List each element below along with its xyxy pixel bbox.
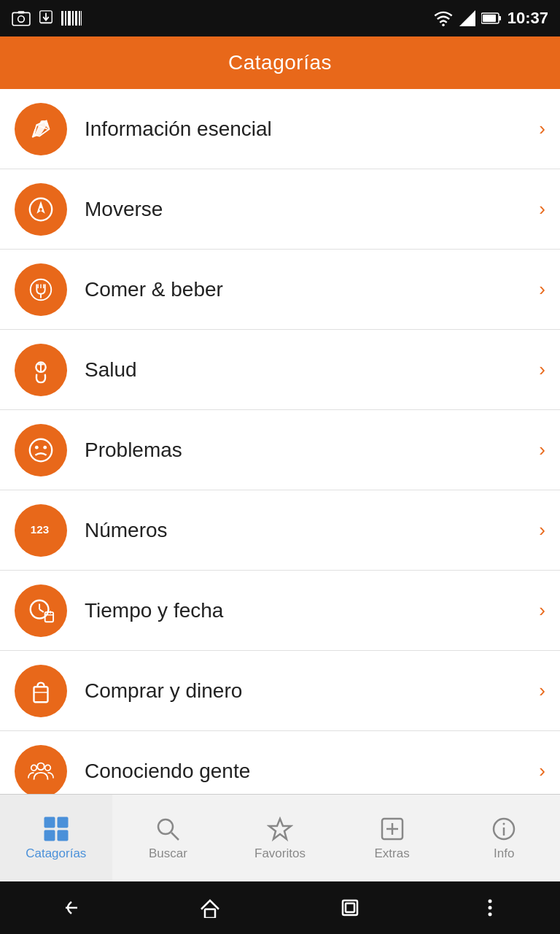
svg-rect-2 [18, 11, 25, 13]
svg-rect-16 [499, 16, 501, 20]
svg-rect-6 [61, 11, 63, 26]
svg-point-46 [45, 765, 51, 771]
svg-point-30 [30, 439, 52, 460]
cat-chevron-comer-beber: › [539, 278, 545, 301]
cat-label-problemas: Problemas [85, 439, 539, 462]
cat-label-tiempo-fecha: Tiempo y fecha [85, 599, 539, 622]
cat-icon-tiempo-fecha [15, 584, 67, 637]
svg-rect-50 [58, 830, 68, 841]
category-item-tiempo-fecha[interactable]: Tiempo y fecha › [0, 571, 560, 651]
category-item-moverse[interactable]: Moverse › [0, 169, 560, 250]
search-nav-icon [155, 816, 181, 842]
pencil-edit-icon [27, 115, 55, 143]
category-item-conociendo-gente[interactable]: Conociendo gente › [0, 731, 560, 794]
header-title: Catagorías [228, 51, 332, 74]
svg-rect-48 [58, 817, 68, 827]
status-left-icons [12, 10, 82, 26]
svg-point-65 [489, 913, 492, 916]
nav-item-buscar[interactable]: Buscar [112, 795, 225, 881]
android-nav-bar [0, 881, 560, 934]
nav-label-buscar: Buscar [149, 846, 187, 861]
svg-rect-47 [44, 817, 55, 827]
svg-point-45 [31, 765, 37, 771]
category-item-salud[interactable]: Salud › [0, 330, 560, 410]
cat-icon-info-esencial [15, 103, 67, 155]
health-icon [27, 356, 55, 384]
cat-label-conociendo-gente: Conociendo gente [85, 760, 539, 783]
cat-chevron-salud: › [539, 358, 545, 381]
category-item-comer-beber[interactable]: Comer & beber › [0, 250, 560, 330]
svg-marker-14 [459, 10, 475, 26]
svg-point-21 [39, 208, 42, 211]
cat-chevron-comprar-dinero: › [539, 679, 545, 702]
numbers-icon: 123 [27, 517, 55, 544]
category-item-numeros[interactable]: 123 Números › [0, 490, 560, 571]
nav-item-info[interactable]: Info [448, 795, 560, 881]
plus-nav-icon [379, 816, 405, 842]
status-time: 10:37 [508, 9, 548, 28]
nav-label-info: Info [494, 846, 514, 861]
svg-line-52 [171, 833, 179, 840]
cat-chevron-info-esencial: › [539, 117, 545, 140]
svg-point-59 [503, 822, 505, 825]
status-right-icons: 10:37 [433, 9, 548, 28]
svg-rect-0 [12, 12, 30, 25]
status-bar: 10:37 [0, 0, 560, 36]
signal-icon [459, 10, 475, 26]
cat-chevron-problemas: › [539, 439, 545, 461]
cat-icon-problemas [15, 424, 67, 476]
food-drink-icon [27, 276, 55, 304]
recents-button[interactable] [328, 893, 372, 922]
nav-label-categorias: Catagorías [26, 846, 86, 861]
cat-label-salud: Salud [85, 358, 539, 382]
problems-icon [27, 436, 55, 464]
category-item-comprar-dinero[interactable]: Comprar y dinero › [0, 651, 560, 731]
svg-point-64 [489, 906, 492, 910]
svg-rect-9 [72, 11, 74, 26]
time-date-icon [27, 597, 55, 625]
svg-rect-10 [75, 11, 77, 26]
svg-point-31 [35, 445, 39, 449]
cat-icon-salud [15, 344, 67, 396]
back-button[interactable] [48, 893, 92, 922]
cat-label-comprar-dinero: Comprar y dinero [85, 679, 539, 703]
app-header: Catagorías [0, 36, 560, 89]
cat-chevron-tiempo-fecha: › [539, 599, 545, 622]
battery-icon [481, 12, 502, 25]
svg-rect-60 [205, 909, 215, 918]
category-item-info-esencial[interactable]: Información esencial › [0, 89, 560, 169]
svg-rect-11 [79, 11, 80, 26]
svg-point-32 [43, 445, 47, 449]
svg-point-63 [489, 900, 492, 903]
cat-label-comer-beber: Comer & beber [85, 278, 539, 301]
svg-rect-62 [346, 903, 354, 912]
svg-rect-8 [68, 11, 71, 26]
cat-chevron-conociendo-gente: › [539, 760, 545, 782]
cat-chevron-moverse: › [539, 198, 545, 220]
photo-icon [12, 10, 31, 26]
shopping-icon [27, 677, 55, 705]
category-item-problemas[interactable]: Problemas › [0, 410, 560, 490]
cat-chevron-numeros: › [539, 519, 545, 541]
cat-label-info-esencial: Información esencial [85, 117, 539, 141]
svg-rect-12 [81, 11, 82, 26]
bottom-nav: Catagorías Buscar Favoritos Extras Info [0, 794, 560, 881]
people-icon [27, 757, 55, 785]
wifi-icon [433, 10, 454, 26]
svg-point-13 [442, 24, 445, 26]
svg-point-51 [158, 819, 173, 834]
cat-label-moverse: Moverse [85, 198, 539, 221]
home-button[interactable] [188, 893, 232, 922]
cat-icon-comer-beber [15, 263, 67, 316]
cat-icon-conociendo-gente [15, 745, 67, 795]
cat-icon-comprar-dinero [15, 665, 67, 717]
nav-item-favoritos[interactable]: Favoritos [224, 795, 336, 881]
nav-item-categorias[interactable]: Catagorías [0, 795, 112, 881]
menu-button[interactable] [468, 893, 512, 922]
category-list: Información esencial › Moverse › Co [0, 89, 560, 794]
svg-marker-53 [269, 819, 291, 839]
navigate-icon [27, 196, 55, 223]
nav-item-extras[interactable]: Extras [336, 795, 448, 881]
barcode-icon [61, 10, 82, 26]
svg-text:123: 123 [31, 522, 49, 535]
